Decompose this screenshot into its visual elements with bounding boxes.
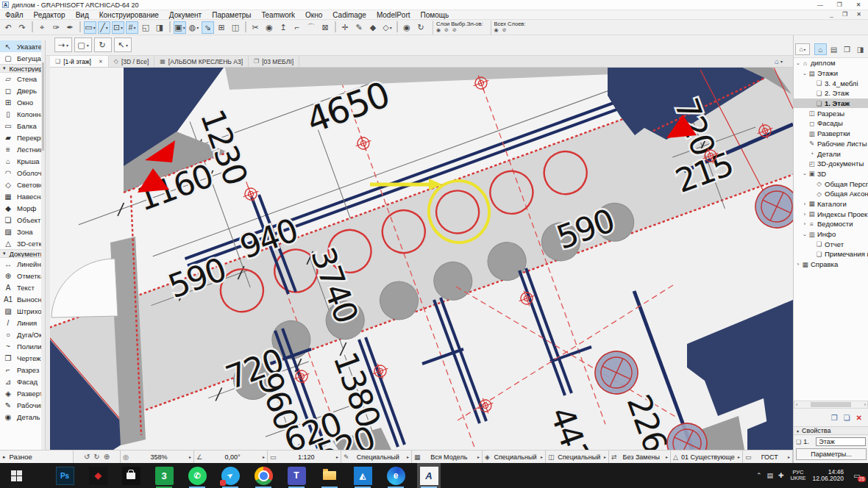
status-segment[interactable]: ⇄ Без Замены ▸	[609, 451, 671, 463]
navigator-item[interactable]: ◇ Общая Перспектива	[794, 179, 868, 189]
menu-item[interactable]: Окно	[300, 11, 327, 19]
navigator-item[interactable]: ✎ Рабочие Листы	[794, 139, 868, 149]
navigator-mode-button[interactable]: ⌂	[814, 43, 827, 55]
toolbox-item[interactable]: ⌐ Разрез	[0, 364, 45, 376]
toolbox-item[interactable]: ⊿ Фасад	[0, 376, 45, 387]
navigator-item[interactable]: ▥ Развертки	[794, 129, 868, 139]
toolbox-item[interactable]: ▾ Конструирова	[0, 64, 45, 73]
menu-item[interactable]: Документ	[164, 11, 207, 19]
toolbar-icon[interactable]: ╱▾	[98, 21, 110, 34]
taskbar-app-button[interactable]: ◭	[351, 463, 374, 488]
panel-action-icon[interactable]: ❐	[831, 414, 838, 422]
status-segment[interactable]: ▦ Вся Модель ▸	[412, 451, 483, 463]
menu-item[interactable]: Файл	[0, 11, 29, 19]
layer-eye-icon[interactable]: ⊘	[444, 27, 449, 33]
navigator-item[interactable]: › ▦ Справка	[794, 259, 868, 270]
view-tab[interactable]: ▦[АЛЬБОМ КРЕСЛЕНЬ А3]	[154, 56, 249, 67]
toolbox-item[interactable]: ↖ Указатель	[0, 40, 45, 52]
status-segment[interactable]: ∠ 0,00° ▸	[194, 451, 268, 463]
menu-item[interactable]: Teamwork	[257, 11, 301, 19]
infobox-button[interactable]: ↖▾	[114, 37, 132, 52]
toolbar-icon[interactable]: ⌒	[305, 21, 318, 34]
status-segment[interactable]: ◫ Специальный ▸	[546, 451, 609, 463]
toolbar-icon[interactable]: ✎	[353, 21, 366, 34]
infobox-button[interactable]: ▢▾	[74, 37, 92, 52]
layer-eye-icon[interactable]: ◉	[494, 27, 499, 33]
tree-horizontal-scrollbar[interactable]: ‹›	[794, 401, 868, 409]
navigator-item[interactable]: ❏ Примечания и Заметк	[794, 249, 868, 259]
toolbar-icon[interactable]: ⌖	[36, 21, 49, 34]
minimize-button[interactable]: —	[811, 1, 830, 8]
toolbar-icon[interactable]	[32, 21, 33, 32]
toolbar-icon[interactable]: #▾	[126, 21, 138, 34]
toolbox-item[interactable]: ▢ Бегущая Ра	[0, 52, 45, 64]
toolbar-icon[interactable]	[396, 21, 398, 32]
navigator-item[interactable]: ❏ 2. Этаж	[794, 88, 868, 98]
toolbox-item[interactable]: ▭ Балка	[0, 120, 45, 132]
status-segment[interactable]: ◎ 358% ▸	[121, 451, 194, 463]
expand-arrow-icon[interactable]: ⌄	[802, 171, 808, 176]
status-segment[interactable]: ▭ ГОСТ ▸	[743, 451, 793, 463]
toolbox-item[interactable]: ◻ Дверь	[0, 85, 45, 96]
toolbox-item[interactable]: ✎ Рабочий	[0, 399, 45, 411]
close-button[interactable]: ✕	[849, 1, 868, 8]
layer-eye-icon[interactable]: ◉	[436, 27, 441, 33]
palette-scrollbar[interactable]	[41, 40, 45, 450]
tab-close-icon[interactable]: ✕	[99, 59, 103, 65]
navigator-item[interactable]: ⌄ ▥ Инфо	[794, 229, 868, 240]
toolbox-item[interactable]: ▨ Штрихов	[0, 305, 45, 317]
navigator-mode-button[interactable]: ❐	[841, 43, 853, 55]
panel-action-icon[interactable]: ✕	[856, 414, 862, 422]
navigator-item[interactable]: ⌄ ▣ 3D	[794, 169, 868, 179]
navigator-item[interactable]: › ▦ Каталоги	[794, 199, 868, 209]
navigator-item[interactable]: › ▤ Индексы Проекта	[794, 209, 868, 219]
expand-arrow-icon[interactable]: ⌄	[802, 232, 808, 237]
toolbar-icon[interactable]: ▭▾	[84, 21, 96, 34]
expand-arrow-icon[interactable]: ›	[802, 221, 808, 226]
tray-icon[interactable]: ▤	[767, 472, 774, 479]
expand-arrow-icon[interactable]: ⌄	[802, 71, 808, 76]
toolbox-item[interactable]: ⊕ Отметка	[0, 270, 45, 281]
menu-item[interactable]: Конструирование	[94, 11, 164, 19]
taskbar-app-button[interactable]	[119, 463, 143, 488]
taskbar-app-button[interactable]: ◆	[86, 463, 110, 488]
toolbox-item[interactable]: ▾ Документиро	[0, 249, 45, 258]
toolbox-item[interactable]: ▱ Стена	[0, 73, 45, 85]
menu-item[interactable]: Параметры	[207, 11, 256, 19]
clock[interactable]: 14:46 12.06.2020	[812, 469, 844, 482]
toolbox-item[interactable]: ◈ Развертк	[0, 387, 45, 399]
taskbar-app-button[interactable]: e	[384, 463, 408, 488]
toolbar-icon[interactable]: ⇘	[202, 21, 214, 34]
toolbar-icon[interactable]: ◫	[230, 21, 242, 34]
toolbox-item[interactable]: ≡ Лестница	[0, 143, 45, 155]
project-chooser-button[interactable]: ⌂▸	[795, 43, 810, 55]
navigator-item[interactable]: ◔ Детали	[794, 148, 868, 159]
tray-icon[interactable]: ✚	[778, 472, 784, 479]
navigator-item[interactable]: ❏ Отчет	[794, 239, 868, 249]
toolbox-item[interactable]: ◇ Световой Л	[0, 179, 45, 190]
expand-arrow-icon[interactable]: ›	[795, 262, 801, 267]
toolbar-icon[interactable]: ◆	[367, 21, 380, 34]
toolbar-icon[interactable]	[335, 21, 336, 32]
navigator-item[interactable]: › ≡ Ведомости	[794, 219, 868, 229]
toolbar-icon[interactable]: ◉	[401, 21, 413, 34]
toolbox-item[interactable]: ▦ Навесная С	[0, 190, 45, 202]
menu-item[interactable]: Вид	[71, 11, 94, 19]
toolbox-item[interactable]: ▯ Колонна	[0, 108, 45, 120]
view-tab[interactable]: ❐[03 МЕБЛІ]	[249, 56, 299, 67]
taskbar-app-button[interactable]	[318, 463, 341, 488]
toolbox-item[interactable]: ❏ Объект	[0, 214, 45, 226]
maximize-button[interactable]: ❐	[830, 1, 849, 8]
navigator-item[interactable]: ◰ 3D-документы	[794, 159, 868, 169]
toolbar-icon[interactable]: ▣▾	[174, 21, 186, 34]
toolbox-item[interactable]: / Линия	[0, 317, 45, 329]
status-segment[interactable]: △ 01 Существующее с... ▸	[671, 451, 743, 463]
toolbar-icon[interactable]: ◱	[140, 21, 152, 34]
toolbar-icon[interactable]: ⊞	[216, 21, 228, 34]
toolbar-icon[interactable]: ⌐	[291, 21, 304, 34]
navigator-item[interactable]: ◫ Разрезы	[794, 108, 868, 118]
notification-center-icon[interactable]: ▭ 26	[850, 469, 864, 482]
toolbox-item[interactable]: ◆ Морф	[0, 202, 45, 214]
language-indicator[interactable]: РУС UKRE	[791, 470, 806, 481]
menu-item[interactable]: Cadimage	[327, 11, 371, 19]
